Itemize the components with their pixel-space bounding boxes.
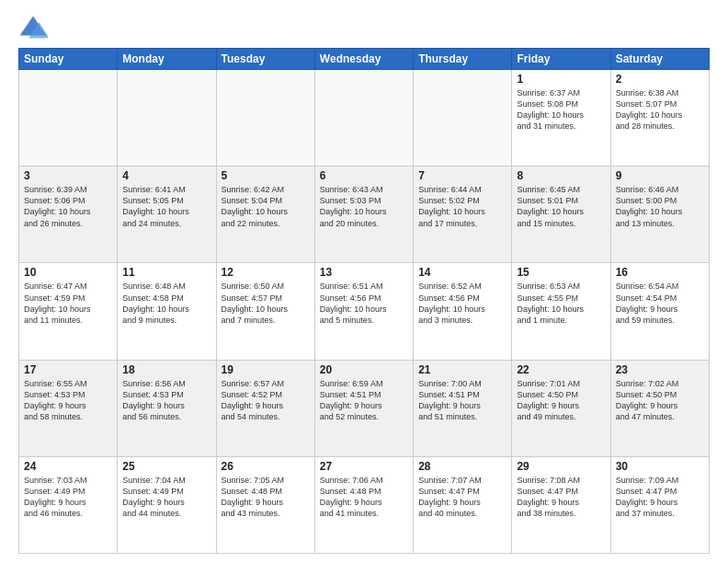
calendar-week-row: 3Sunrise: 6:39 AM Sunset: 5:06 PM Daylig…	[19, 167, 710, 263]
weekday-header-monday: Monday	[118, 49, 216, 70]
day-number: 29	[517, 460, 605, 473]
calendar-day-20: 20Sunrise: 6:59 AM Sunset: 4:51 PM Dayli…	[314, 360, 413, 456]
day-info: Sunrise: 6:46 AM Sunset: 5:00 PM Dayligh…	[616, 184, 704, 229]
day-info: Sunrise: 6:57 AM Sunset: 4:52 PM Dayligh…	[222, 378, 310, 423]
calendar-day-24: 24Sunrise: 7:03 AM Sunset: 4:49 PM Dayli…	[19, 456, 118, 553]
weekday-header-wednesday: Wednesday	[314, 49, 413, 70]
day-number: 26	[222, 460, 310, 473]
day-info: Sunrise: 7:09 AM Sunset: 4:47 PM Dayligh…	[616, 475, 704, 520]
calendar-day-14: 14Sunrise: 6:52 AM Sunset: 4:56 PM Dayli…	[414, 263, 512, 360]
day-info: Sunrise: 6:50 AM Sunset: 4:57 PM Dayligh…	[222, 281, 310, 326]
day-number: 10	[24, 266, 112, 279]
day-number: 2	[616, 73, 704, 86]
day-info: Sunrise: 6:54 AM Sunset: 4:54 PM Dayligh…	[616, 281, 704, 326]
weekday-header-sunday: Sunday	[19, 49, 118, 70]
calendar-day-empty	[19, 70, 118, 167]
day-number: 14	[418, 266, 506, 279]
day-info: Sunrise: 6:47 AM Sunset: 4:59 PM Dayligh…	[24, 281, 112, 326]
calendar-day-18: 18Sunrise: 6:56 AM Sunset: 4:53 PM Dayli…	[118, 360, 216, 456]
day-info: Sunrise: 6:42 AM Sunset: 5:04 PM Dayligh…	[222, 184, 310, 229]
calendar-day-23: 23Sunrise: 7:02 AM Sunset: 4:50 PM Dayli…	[610, 360, 709, 456]
day-number: 12	[222, 266, 310, 279]
day-info: Sunrise: 6:53 AM Sunset: 4:55 PM Dayligh…	[517, 281, 605, 326]
day-number: 22	[517, 363, 605, 376]
calendar-day-17: 17Sunrise: 6:55 AM Sunset: 4:53 PM Dayli…	[19, 360, 118, 456]
calendar-day-26: 26Sunrise: 7:05 AM Sunset: 4:48 PM Dayli…	[216, 456, 314, 553]
day-info: Sunrise: 6:55 AM Sunset: 4:53 PM Dayligh…	[24, 378, 112, 423]
calendar-day-9: 9Sunrise: 6:46 AM Sunset: 5:00 PM Daylig…	[610, 167, 709, 263]
day-number: 17	[24, 363, 112, 376]
day-number: 4	[122, 169, 210, 182]
day-number: 20	[320, 363, 408, 376]
calendar-day-1: 1Sunrise: 6:37 AM Sunset: 5:08 PM Daylig…	[512, 70, 610, 167]
day-info: Sunrise: 6:51 AM Sunset: 4:56 PM Dayligh…	[320, 281, 408, 326]
weekday-header-tuesday: Tuesday	[216, 49, 314, 70]
day-number: 6	[320, 169, 408, 182]
day-number: 16	[616, 266, 704, 279]
calendar-day-7: 7Sunrise: 6:44 AM Sunset: 5:02 PM Daylig…	[414, 167, 512, 263]
day-info: Sunrise: 6:39 AM Sunset: 5:06 PM Dayligh…	[24, 184, 112, 229]
weekday-header-thursday: Thursday	[414, 49, 512, 70]
logo	[18, 15, 51, 40]
day-info: Sunrise: 6:41 AM Sunset: 5:05 PM Dayligh…	[122, 184, 210, 229]
day-number: 5	[222, 169, 310, 182]
day-info: Sunrise: 7:04 AM Sunset: 4:49 PM Dayligh…	[122, 475, 210, 520]
day-number: 27	[320, 460, 408, 473]
calendar-day-30: 30Sunrise: 7:09 AM Sunset: 4:47 PM Dayli…	[610, 456, 709, 553]
calendar-day-empty	[414, 70, 512, 167]
day-number: 30	[616, 460, 704, 473]
day-number: 18	[122, 363, 210, 376]
day-info: Sunrise: 6:37 AM Sunset: 5:08 PM Dayligh…	[517, 87, 605, 132]
calendar-day-21: 21Sunrise: 7:00 AM Sunset: 4:51 PM Dayli…	[414, 360, 512, 456]
weekday-header-saturday: Saturday	[610, 49, 709, 70]
day-number: 15	[517, 266, 605, 279]
calendar-day-6: 6Sunrise: 6:43 AM Sunset: 5:03 PM Daylig…	[314, 167, 413, 263]
page: SundayMondayTuesdayWednesdayThursdayFrid…	[0, 0, 728, 563]
calendar-day-empty	[118, 70, 216, 167]
day-number: 3	[24, 169, 112, 182]
day-number: 21	[418, 363, 506, 376]
day-info: Sunrise: 6:52 AM Sunset: 4:56 PM Dayligh…	[418, 281, 506, 326]
calendar-week-row: 1Sunrise: 6:37 AM Sunset: 5:08 PM Daylig…	[19, 70, 710, 167]
calendar-day-10: 10Sunrise: 6:47 AM Sunset: 4:59 PM Dayli…	[19, 263, 118, 360]
calendar-day-28: 28Sunrise: 7:07 AM Sunset: 4:47 PM Dayli…	[414, 456, 512, 553]
calendar-day-25: 25Sunrise: 7:04 AM Sunset: 4:49 PM Dayli…	[118, 456, 216, 553]
calendar-day-empty	[216, 70, 314, 167]
day-info: Sunrise: 6:56 AM Sunset: 4:53 PM Dayligh…	[122, 378, 210, 423]
calendar-day-27: 27Sunrise: 7:06 AM Sunset: 4:48 PM Dayli…	[314, 456, 413, 553]
day-info: Sunrise: 7:05 AM Sunset: 4:48 PM Dayligh…	[222, 475, 310, 520]
day-number: 13	[320, 266, 408, 279]
day-number: 11	[122, 266, 210, 279]
day-info: Sunrise: 6:38 AM Sunset: 5:07 PM Dayligh…	[616, 87, 704, 132]
day-info: Sunrise: 7:08 AM Sunset: 4:47 PM Dayligh…	[517, 475, 605, 520]
calendar-day-22: 22Sunrise: 7:01 AM Sunset: 4:50 PM Dayli…	[512, 360, 610, 456]
weekday-header-friday: Friday	[512, 49, 610, 70]
calendar-week-row: 17Sunrise: 6:55 AM Sunset: 4:53 PM Dayli…	[19, 360, 710, 456]
day-info: Sunrise: 6:59 AM Sunset: 4:51 PM Dayligh…	[320, 378, 408, 423]
day-info: Sunrise: 7:03 AM Sunset: 4:49 PM Dayligh…	[24, 475, 112, 520]
calendar-day-8: 8Sunrise: 6:45 AM Sunset: 5:01 PM Daylig…	[512, 167, 610, 263]
day-info: Sunrise: 7:00 AM Sunset: 4:51 PM Dayligh…	[418, 378, 506, 423]
day-number: 7	[418, 169, 506, 182]
day-info: Sunrise: 6:45 AM Sunset: 5:01 PM Dayligh…	[517, 184, 605, 229]
calendar-day-5: 5Sunrise: 6:42 AM Sunset: 5:04 PM Daylig…	[216, 167, 314, 263]
day-number: 23	[616, 363, 704, 376]
calendar-day-16: 16Sunrise: 6:54 AM Sunset: 4:54 PM Dayli…	[610, 263, 709, 360]
calendar-table: SundayMondayTuesdayWednesdayThursdayFrid…	[18, 48, 710, 554]
day-number: 8	[517, 169, 605, 182]
header	[18, 15, 710, 40]
day-number: 25	[122, 460, 210, 473]
calendar-day-29: 29Sunrise: 7:08 AM Sunset: 4:47 PM Dayli…	[512, 456, 610, 553]
calendar-week-row: 24Sunrise: 7:03 AM Sunset: 4:49 PM Dayli…	[19, 456, 710, 553]
calendar-day-4: 4Sunrise: 6:41 AM Sunset: 5:05 PM Daylig…	[118, 167, 216, 263]
calendar-day-11: 11Sunrise: 6:48 AM Sunset: 4:58 PM Dayli…	[118, 263, 216, 360]
calendar-day-15: 15Sunrise: 6:53 AM Sunset: 4:55 PM Dayli…	[512, 263, 610, 360]
calendar-header-row: SundayMondayTuesdayWednesdayThursdayFrid…	[19, 49, 710, 70]
day-info: Sunrise: 6:48 AM Sunset: 4:58 PM Dayligh…	[122, 281, 210, 326]
day-info: Sunrise: 7:02 AM Sunset: 4:50 PM Dayligh…	[616, 378, 704, 423]
calendar-day-3: 3Sunrise: 6:39 AM Sunset: 5:06 PM Daylig…	[19, 167, 118, 263]
day-number: 24	[24, 460, 112, 473]
calendar-day-2: 2Sunrise: 6:38 AM Sunset: 5:07 PM Daylig…	[610, 70, 709, 167]
day-number: 1	[517, 73, 605, 86]
calendar-day-13: 13Sunrise: 6:51 AM Sunset: 4:56 PM Dayli…	[314, 263, 413, 360]
